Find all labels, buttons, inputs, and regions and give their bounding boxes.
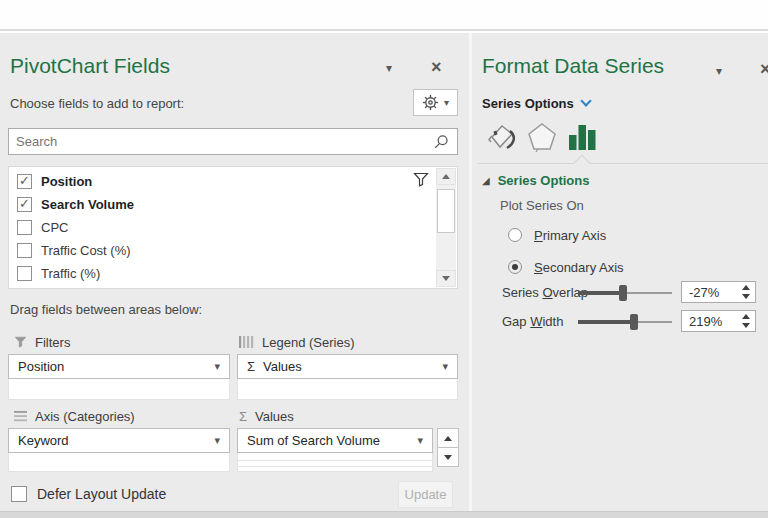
pane-close-icon[interactable]: × [760, 60, 768, 78]
chip-label: Sum of Search Volume [247, 433, 380, 448]
series-options-nav[interactable]: Series Options [482, 96, 590, 111]
slider-filled-track [578, 291, 619, 295]
plot-series-on-label: Plot Series On [500, 198, 584, 213]
value-spinner [742, 285, 750, 299]
field-chip-keyword[interactable]: Keyword ▾ [8, 428, 230, 453]
drag-fields-label: Drag fields between areas below: [10, 302, 202, 317]
arrow-up-icon [442, 174, 450, 179]
collapse-triangle-icon: ◢ [482, 175, 490, 186]
slider-empty-track [638, 321, 672, 323]
scrollbar-thumb[interactable] [437, 189, 455, 233]
chevron-down-icon[interactable]: ▾ [214, 434, 220, 447]
worksheet-edge [0, 0, 768, 31]
sigma-icon: Σ [239, 409, 247, 424]
field-label: Search Volume [41, 197, 134, 212]
pane-close-icon[interactable]: × [431, 58, 442, 76]
field-chip-values[interactable]: Σ Values ▾ [237, 354, 458, 379]
slider-value-box[interactable]: -27% [681, 281, 756, 303]
values-well[interactable]: Sum of Search Volume ▾ [237, 428, 433, 472]
field-row[interactable]: Search Volume [9, 193, 433, 216]
update-button[interactable]: Update [398, 481, 453, 508]
scroll-up-button[interactable] [437, 428, 459, 448]
window-bottom-edge [0, 511, 768, 518]
search-box[interactable] [8, 128, 458, 155]
slider-handle[interactable] [619, 285, 627, 301]
filters-well[interactable]: Position ▾ [8, 354, 230, 400]
field-row[interactable]: Traffic (%) [9, 262, 433, 285]
defer-layout-label: Defer Layout Update [37, 486, 166, 502]
pivotchart-fields-title: PivotChart Fields [10, 54, 170, 78]
spinner-down-icon[interactable] [742, 294, 750, 299]
defer-layout-checkbox[interactable] [11, 486, 27, 502]
sigma-icon: Σ [247, 359, 255, 374]
field-chip-position[interactable]: Position ▾ [8, 354, 230, 379]
series-options-section-header[interactable]: ◢ Series Options [482, 173, 589, 188]
areas-grid: Filters Legend (Series) Position ▾ Σ [8, 332, 458, 478]
slider-row-series-overlap: Series Overlap-27% [502, 279, 760, 308]
radio-secondary-axis[interactable] [508, 260, 522, 274]
slider-label: Gap Width [502, 314, 563, 329]
empty-chip-row [237, 460, 433, 467]
axis-area-header: Axis (Categories) [14, 407, 135, 425]
series-options-nav-label: Series Options [482, 96, 574, 111]
excel-task-panes: PivotChart Fields ▾ × Choose fields to a… [0, 0, 768, 518]
axis-well[interactable]: Keyword ▾ [8, 428, 230, 472]
scroll-up-button[interactable] [436, 168, 456, 185]
field-checkbox[interactable] [17, 266, 32, 281]
slider-value: -27% [689, 285, 719, 300]
filters-area-header: Filters [14, 333, 70, 351]
series-sliders: Series Overlap-27%Gap Width219% [502, 279, 760, 337]
search-input[interactable] [9, 129, 457, 154]
choose-fields-label: Choose fields to add to report: [10, 96, 184, 111]
spinner-down-icon[interactable] [742, 323, 750, 328]
slider-filled-track [578, 320, 630, 324]
chip-label: Keyword [18, 433, 69, 448]
tools-caret-icon: ▾ [444, 97, 449, 108]
field-checkbox[interactable] [17, 243, 32, 258]
field-row[interactable]: Position [9, 170, 433, 193]
field-list-scrollbar[interactable] [436, 168, 456, 287]
radio-primary-axis[interactable] [508, 228, 522, 242]
pane-options-caret-icon[interactable]: ▾ [716, 64, 722, 78]
legend-well[interactable]: Σ Values ▾ [237, 354, 458, 400]
field-checkbox[interactable] [17, 197, 32, 212]
effects-tab[interactable] [526, 121, 558, 153]
series-options-section-title: Series Options [498, 173, 590, 188]
field-label: Position [41, 174, 92, 189]
chevron-down-icon[interactable]: ▾ [442, 360, 448, 373]
plot-series-radio-group: Primary AxisSecondary Axis [508, 219, 624, 283]
radio-label: Secondary Axis [534, 260, 624, 275]
field-checkbox[interactable] [17, 220, 32, 235]
spinner-up-icon[interactable] [742, 314, 750, 319]
field-row[interactable]: Traffic Cost (%) [9, 239, 433, 262]
scroll-down-button[interactable] [437, 447, 459, 467]
field-chip-sum-of-search-volume[interactable]: Sum of Search Volume ▾ [237, 428, 433, 453]
arrow-up-icon [444, 436, 452, 441]
search-icon [433, 134, 449, 150]
slider-value-box[interactable]: 219% [681, 310, 756, 332]
radio-row[interactable]: Primary Axis [508, 219, 624, 251]
spinner-up-icon[interactable] [742, 285, 750, 290]
field-row[interactable]: CPC [9, 216, 433, 239]
field-label: Traffic (%) [41, 266, 100, 281]
chevron-down-icon[interactable]: ▾ [417, 434, 423, 447]
values-scroll-buttons [437, 428, 459, 467]
field-label: Traffic Cost (%) [41, 243, 131, 258]
pivotchart-fields-panel: PivotChart Fields ▾ × Choose fields to a… [0, 33, 469, 518]
tools-button[interactable]: ▾ [413, 89, 458, 116]
axis-icon [14, 411, 27, 422]
gear-icon [422, 94, 439, 111]
field-checkbox[interactable] [17, 174, 32, 189]
scroll-down-button[interactable] [436, 270, 456, 287]
series-options-tab[interactable] [566, 121, 598, 153]
filter-icon[interactable] [413, 172, 429, 187]
slider-handle[interactable] [630, 314, 638, 330]
legend-icon [239, 336, 254, 348]
slider-track[interactable] [578, 314, 672, 330]
legend-area-header: Legend (Series) [239, 333, 355, 351]
fill-line-tab[interactable] [486, 121, 518, 153]
chevron-down-icon[interactable]: ▾ [214, 360, 220, 373]
field-label: CPC [41, 220, 68, 235]
pane-options-caret-icon[interactable]: ▾ [386, 61, 392, 75]
slider-track[interactable] [578, 285, 672, 301]
